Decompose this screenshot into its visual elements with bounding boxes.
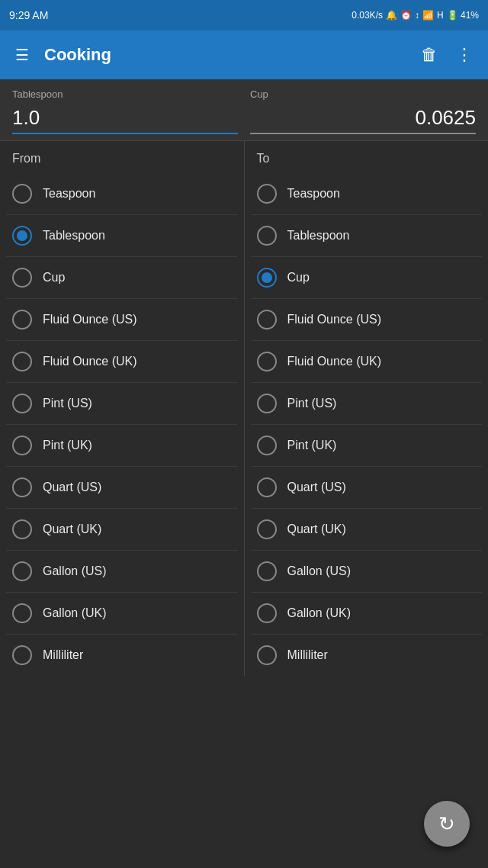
radio-circle bbox=[12, 352, 32, 371]
radio-label: Fluid Ounce (UK) bbox=[287, 355, 382, 368]
from-radio-item[interactable]: Fluid Ounce (UK) bbox=[6, 341, 238, 383]
to-input-group: Cup bbox=[250, 88, 476, 134]
radio-label: Gallon (US) bbox=[43, 564, 107, 578]
from-input-group: Tablespoon bbox=[12, 88, 238, 134]
radio-label: Fluid Ounce (UK) bbox=[43, 355, 137, 368]
from-radio-item[interactable]: Quart (UK) bbox=[6, 509, 238, 551]
more-options-icon[interactable]: ⋮ bbox=[453, 42, 476, 68]
radio-label: Pint (US) bbox=[43, 397, 92, 410]
radio-label: Tablespoon bbox=[287, 229, 350, 243]
radio-label: Quart (UK) bbox=[287, 522, 346, 536]
radio-circle bbox=[257, 310, 277, 330]
radio-circle bbox=[12, 603, 32, 623]
from-column: From TeaspoonTablespoonCupFluid Ounce (U… bbox=[0, 141, 244, 676]
radio-circle bbox=[12, 394, 32, 413]
radio-circle bbox=[257, 561, 277, 581]
radio-label: Gallon (US) bbox=[287, 564, 352, 578]
status-icons: 0.03K/s 🔔 ⏰ ↕ 📶 H 🔋 41% bbox=[352, 10, 479, 21]
radio-circle bbox=[257, 477, 277, 497]
radio-label: Quart (UK) bbox=[43, 522, 101, 536]
radio-section: From TeaspoonTablespoonCupFluid Ounce (U… bbox=[0, 141, 488, 676]
to-radio-item[interactable]: Teaspoon bbox=[251, 173, 483, 215]
delete-icon[interactable]: 🗑 bbox=[418, 42, 441, 68]
from-radio-item[interactable]: Teaspoon bbox=[6, 173, 238, 215]
radio-circle bbox=[12, 310, 32, 330]
to-radio-item[interactable]: Pint (US) bbox=[251, 383, 483, 425]
radio-label: Tablespoon bbox=[43, 229, 105, 243]
from-column-header: From bbox=[6, 141, 238, 173]
from-radio-item[interactable]: Quart (US) bbox=[6, 467, 238, 509]
to-radio-item[interactable]: Quart (UK) bbox=[251, 509, 483, 551]
radio-label: Pint (UK) bbox=[287, 439, 337, 452]
from-radio-item[interactable]: Pint (UK) bbox=[6, 425, 238, 467]
to-radio-item[interactable]: Tablespoon bbox=[251, 215, 483, 257]
to-radio-item[interactable]: Milliliter bbox=[251, 635, 483, 676]
to-radio-item[interactable]: Cup bbox=[251, 257, 483, 299]
to-options-list: TeaspoonTablespoonCupFluid Ounce (US)Flu… bbox=[251, 173, 483, 676]
radio-circle bbox=[257, 226, 277, 246]
input-section: Tablespoon Cup bbox=[0, 79, 488, 141]
refresh-icon: ↻ bbox=[438, 812, 455, 836]
app-bar: ☰ Cooking 🗑 ⋮ bbox=[0, 31, 488, 79]
to-radio-item[interactable]: Gallon (US) bbox=[251, 551, 483, 593]
signal-icon: 📶 bbox=[422, 10, 434, 21]
from-options-list: TeaspoonTablespoonCupFluid Ounce (US)Flu… bbox=[6, 173, 238, 676]
radio-circle bbox=[12, 226, 32, 246]
status-time: 9:29 AM bbox=[9, 9, 48, 21]
radio-label: Fluid Ounce (US) bbox=[287, 313, 382, 326]
to-radio-item[interactable]: Quart (US) bbox=[251, 467, 483, 509]
from-radio-item[interactable]: Milliliter bbox=[6, 635, 238, 676]
radio-circle bbox=[257, 603, 277, 623]
convert-fab[interactable]: ↻ bbox=[424, 801, 470, 847]
radio-circle bbox=[12, 519, 32, 539]
radio-label: Pint (UK) bbox=[43, 439, 92, 452]
to-radio-item[interactable]: Fluid Ounce (UK) bbox=[251, 341, 483, 383]
radio-circle bbox=[12, 561, 32, 581]
hamburger-menu-icon[interactable]: ☰ bbox=[12, 43, 32, 67]
radio-circle bbox=[12, 184, 32, 204]
radio-circle bbox=[257, 352, 277, 371]
to-radio-item[interactable]: Gallon (UK) bbox=[251, 593, 483, 635]
status-bar: 9:29 AM 0.03K/s 🔔 ⏰ ↕ 📶 H 🔋 41% bbox=[0, 0, 488, 31]
radio-circle bbox=[12, 268, 32, 288]
radio-label: Cup bbox=[43, 271, 65, 285]
from-radio-item[interactable]: Cup bbox=[6, 257, 238, 299]
radio-circle bbox=[12, 436, 32, 455]
radio-label: Cup bbox=[287, 271, 310, 285]
radio-circle bbox=[257, 184, 277, 204]
from-radio-item[interactable]: Fluid Ounce (US) bbox=[6, 299, 238, 341]
radio-circle bbox=[257, 645, 277, 665]
data-speed: 0.03K/s bbox=[352, 10, 383, 21]
radio-label: Fluid Ounce (US) bbox=[43, 313, 137, 326]
radio-circle bbox=[257, 394, 277, 413]
radio-label: Pint (US) bbox=[287, 397, 337, 410]
radio-label: Gallon (UK) bbox=[43, 606, 107, 620]
radio-circle bbox=[257, 436, 277, 455]
to-radio-item[interactable]: Fluid Ounce (US) bbox=[251, 299, 483, 341]
radio-label: Quart (US) bbox=[43, 481, 101, 494]
from-value-input[interactable] bbox=[12, 103, 238, 134]
from-radio-item[interactable]: Gallon (UK) bbox=[6, 593, 238, 635]
radio-circle bbox=[12, 645, 32, 665]
radio-circle bbox=[257, 268, 277, 288]
radio-label: Milliliter bbox=[287, 648, 328, 662]
from-radio-item[interactable]: Pint (US) bbox=[6, 383, 238, 425]
h-icon: H bbox=[437, 10, 444, 21]
from-radio-item[interactable]: Tablespoon bbox=[6, 215, 238, 257]
notification-icon: 🔔 bbox=[386, 10, 397, 21]
radio-label: Teaspoon bbox=[43, 187, 95, 201]
to-column-header: To bbox=[251, 141, 483, 173]
battery-icon: 🔋 41% bbox=[447, 10, 479, 21]
radio-circle bbox=[12, 477, 32, 497]
alarm-icon: ⏰ bbox=[400, 10, 412, 21]
radio-circle bbox=[257, 519, 277, 539]
radio-label: Teaspoon bbox=[287, 187, 340, 201]
to-column: To TeaspoonTablespoonCupFluid Ounce (US)… bbox=[245, 141, 489, 676]
to-value-input[interactable] bbox=[250, 103, 476, 134]
sync-icon: ↕ bbox=[415, 10, 419, 21]
from-unit-label: Tablespoon bbox=[12, 88, 238, 100]
to-radio-item[interactable]: Pint (UK) bbox=[251, 425, 483, 467]
radio-label: Quart (US) bbox=[287, 481, 346, 494]
from-radio-item[interactable]: Gallon (US) bbox=[6, 551, 238, 593]
radio-label: Gallon (UK) bbox=[287, 606, 352, 620]
